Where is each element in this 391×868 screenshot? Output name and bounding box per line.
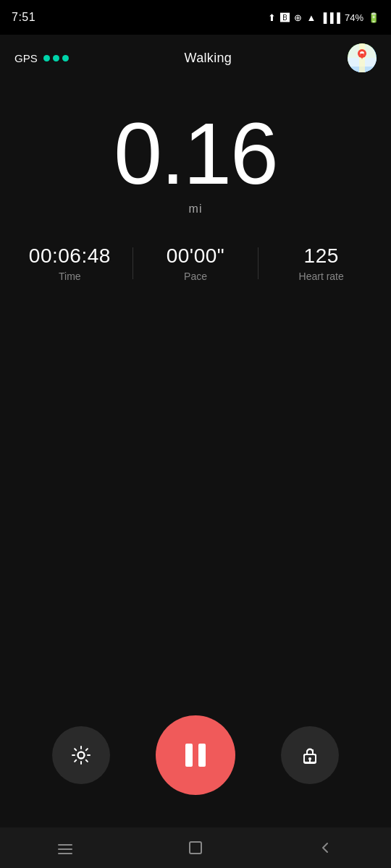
home-icon	[187, 839, 204, 856]
status-bar: 7:51 ⬆ 🅱 ⊕ ▲ ▐▐▐ 74% 🔋	[0, 0, 391, 35]
nav-menu-button[interactable]	[54, 837, 76, 859]
lock-icon	[300, 746, 319, 765]
map-icon[interactable]	[348, 43, 377, 72]
heart-rate-label: Heart rate	[299, 271, 344, 282]
nav-bar	[0, 827, 391, 868]
svg-rect-17	[190, 842, 201, 854]
main-content: 0.16 mi 00:06:48 Time 00'00" Pace 125 He…	[0, 81, 391, 683]
time-label: Time	[59, 271, 81, 282]
lock-button[interactable]	[281, 726, 339, 784]
pause-icon	[185, 744, 206, 767]
status-icons: ⬆ 🅱 ⊕ ▲ ▐▐▐ 74% 🔋	[268, 12, 379, 23]
app-header: GPS Walking	[0, 35, 391, 81]
battery-icon: 🔋	[368, 12, 379, 23]
svg-point-8	[77, 752, 84, 759]
gps-dot-1	[43, 55, 50, 61]
pause-bar-left	[185, 744, 193, 767]
time-stat: 00:06:48 Time	[7, 244, 133, 282]
stats-row: 00:06:48 Time 00'00" Pace 125 Heart rate	[0, 244, 391, 282]
map-svg	[348, 43, 377, 72]
settings-button[interactable]	[52, 726, 110, 784]
wifi-icon: ▲	[306, 12, 316, 23]
time-value: 00:06:48	[29, 244, 111, 268]
gps-dot-2	[53, 55, 59, 61]
battery-level: 74%	[345, 12, 363, 23]
gear-icon	[71, 745, 91, 765]
heart-rate-value: 125	[304, 244, 339, 268]
location-icon: ⊕	[294, 12, 302, 23]
distance-unit: mi	[189, 203, 203, 216]
pause-bar-right	[198, 744, 206, 767]
gps-dots	[43, 55, 69, 61]
heart-rate-stat: 125 Heart rate	[258, 244, 384, 282]
gps-label: GPS	[14, 52, 38, 64]
nav-home-button[interactable]	[185, 837, 206, 859]
distance-value: 0.16	[114, 110, 277, 197]
controls-area	[0, 683, 391, 827]
gps-section: GPS	[14, 52, 69, 64]
back-icon	[317, 839, 335, 856]
status-time: 7:51	[12, 11, 35, 24]
navigation-icon: ⬆	[268, 12, 276, 23]
pace-stat: 00'00" Pace	[133, 244, 258, 282]
pace-label: Pace	[184, 271, 207, 282]
activity-title: Walking	[185, 51, 232, 66]
bluetooth-icon: 🅱	[280, 12, 290, 23]
gps-dot-3	[62, 55, 69, 61]
hamburger-icon	[56, 839, 74, 856]
signal-icon: ▐▐▐	[320, 12, 340, 23]
pause-button[interactable]	[156, 715, 235, 795]
nav-back-button[interactable]	[315, 837, 337, 859]
pace-value: 00'00"	[167, 244, 225, 268]
